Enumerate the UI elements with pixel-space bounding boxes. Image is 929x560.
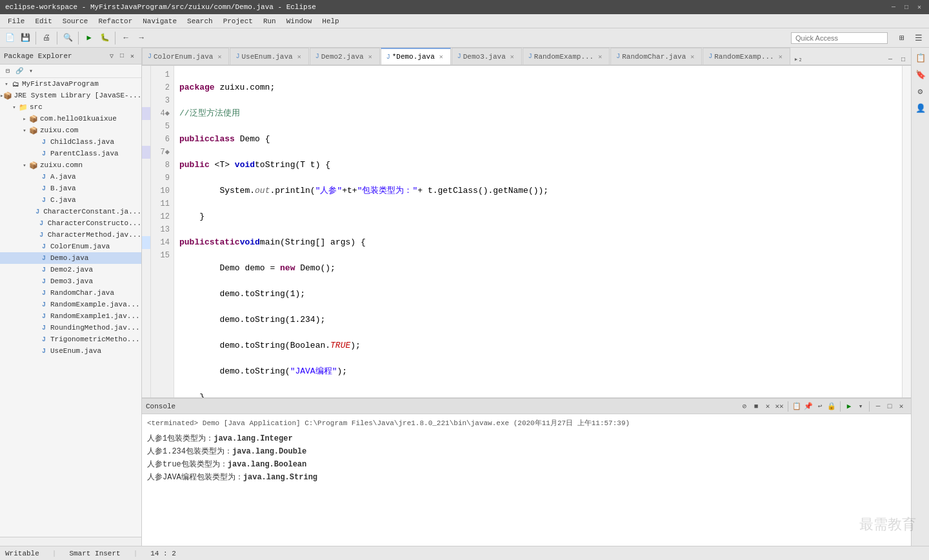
save-button[interactable]: 💾 — [18, 31, 32, 45]
code-line-8: Demo demo = new Demo(); — [179, 262, 897, 275]
perspective-icon[interactable]: ⊞ — [894, 30, 910, 46]
console-terminate-icon[interactable]: ✕ — [762, 401, 774, 412]
tree-item-colorenum[interactable]: ▸ J ColorEnum.java — [0, 241, 141, 252]
tab-randexamp2-close[interactable]: ✕ — [777, 53, 784, 61]
tree-item-project[interactable]: ▾ 🗂 MyFirstJavaProgram — [0, 78, 141, 90]
console-scroll-lock-icon[interactable]: 🔒 — [826, 401, 837, 412]
panel-maximize-icon[interactable]: □ — [117, 51, 127, 61]
menu-window[interactable]: Window — [281, 16, 317, 26]
tab-demo[interactable]: J *Demo.java ✕ — [381, 48, 451, 65]
console-copy-icon[interactable]: 📋 — [791, 401, 803, 412]
editor-minimize-icon[interactable]: ─ — [885, 54, 895, 65]
tree-item-useenum[interactable]: ▸ J UseEnum.java — [0, 345, 141, 357]
panel-close-icon[interactable]: ✕ — [127, 51, 137, 61]
layout-icon[interactable]: ☰ — [911, 30, 926, 46]
code-content[interactable]: package zuixu.comn; //泛型方法使用 public clas… — [174, 66, 902, 397]
tree-item-demo[interactable]: ▸ J Demo.java — [0, 252, 141, 264]
tab-randexamp1[interactable]: J RandomExamp... ✕ — [523, 48, 610, 65]
quick-access-input[interactable] — [791, 32, 888, 44]
tree-item-b[interactable]: ▸ J B.java — [0, 183, 141, 194]
console-clear-icon[interactable]: ⊘ — [739, 401, 750, 412]
right-settings-icon[interactable]: ⚙ — [913, 84, 928, 99]
tab-demo3-close[interactable]: ✕ — [508, 53, 516, 61]
tree-item-randex1[interactable]: ▸ J RandomExample1.jav... — [0, 310, 141, 322]
print-button[interactable]: 🖨 — [39, 31, 54, 45]
window-controls[interactable]: ─ □ ✕ — [889, 3, 924, 12]
debug-button[interactable]: 🐛 — [97, 31, 112, 45]
minimize-button[interactable]: ─ — [889, 3, 898, 12]
tab-randexamp2[interactable]: J RandomExamp... ✕ — [703, 48, 790, 65]
code-editor[interactable]: 1 2 3 4◆ 5 6 7◆ 8 9 10 11 12 13 14 15 pa… — [142, 66, 911, 397]
tree-arrow-pkg3[interactable]: ▾ — [21, 162, 28, 169]
right-bookmark-icon[interactable]: 🔖 — [913, 67, 928, 83]
tree-item-pkg1[interactable]: ▸ 📦 com.hello01kuaixue — [0, 113, 141, 125]
tab-randchar-close[interactable]: ✕ — [688, 53, 696, 61]
console-stop-icon[interactable]: ■ — [750, 401, 762, 412]
tree-item-randchar[interactable]: ▸ J RandomChar.java — [0, 287, 141, 299]
tab-colorenum[interactable]: J ColorEnum.java ✕ — [142, 48, 229, 65]
menu-project[interactable]: Project — [218, 16, 258, 26]
tree-item-trigom[interactable]: ▸ J TrigonometricMetho... — [0, 334, 141, 345]
tab-colorenum-close[interactable]: ✕ — [215, 53, 223, 61]
tab-demo2[interactable]: J Demo2.java ✕ — [310, 48, 380, 65]
menu-edit[interactable]: Edit — [30, 16, 57, 26]
tab-useenum-close[interactable]: ✕ — [295, 53, 303, 61]
tab-randexamp1-close[interactable]: ✕ — [596, 53, 604, 61]
new-button[interactable]: 📄 — [3, 31, 17, 45]
menu-navigate[interactable]: Navigate — [137, 16, 182, 26]
tree-arrow-pkg1[interactable]: ▸ — [21, 115, 28, 123]
console-remove-icon[interactable]: ✕✕ — [774, 401, 785, 412]
tree-arrow-project[interactable]: ▾ — [3, 81, 10, 88]
tree-item-pkg2[interactable]: ▾ 📦 zuixu.com — [0, 125, 141, 136]
panel-minimize-icon[interactable]: ▽ — [106, 51, 117, 61]
tree-item-charconstructor[interactable]: ▸ J CharacterConstructo... — [0, 217, 141, 229]
tree-item-demo3[interactable]: ▸ J Demo3.java — [0, 275, 141, 287]
menu-search[interactable]: Search — [182, 16, 218, 26]
link-with-editor-icon[interactable]: 🔗 — [14, 66, 25, 76]
run-button[interactable]: ▶ — [82, 31, 96, 45]
tree-item-charconstant[interactable]: ▸ J CharacterConstant.ja... — [0, 206, 141, 217]
tree-item-a[interactable]: ▸ J A.java — [0, 171, 141, 183]
tree-item-src[interactable]: ▾ 📁 src — [0, 101, 141, 113]
console-close-icon[interactable]: ✕ — [895, 401, 907, 412]
close-button[interactable]: ✕ — [915, 3, 924, 12]
tree-item-randex[interactable]: ▸ J RandomExample.java... — [0, 299, 141, 310]
tab-randchar[interactable]: J RandomChar.java ✕ — [610, 48, 702, 65]
console-minimize-icon[interactable]: ─ — [872, 401, 884, 412]
tree-item-charmethod[interactable]: ▸ J CharacterMethod.jav... — [0, 229, 141, 241]
console-run-icon[interactable]: ▶ — [843, 401, 855, 412]
tree-item-roundm[interactable]: ▸ J RoundingMethod.jav... — [0, 322, 141, 334]
tree-arrow-pkg2[interactable]: ▾ — [21, 127, 28, 134]
tab-demo-close[interactable]: ✕ — [437, 53, 445, 61]
right-person-icon[interactable]: 👤 — [913, 101, 928, 116]
tree-item-demo2[interactable]: ▸ J Demo2.java — [0, 264, 141, 275]
tab-demo3[interactable]: J Demo3.java ✕ — [452, 48, 522, 65]
menu-source[interactable]: Source — [57, 16, 94, 26]
tree-item-parent[interactable]: ▸ J ParentClass.java — [0, 148, 141, 159]
tab-useenum[interactable]: J UseEnum.java ✕ — [230, 48, 308, 65]
panel-menu-icon[interactable]: ▾ — [26, 66, 36, 76]
tree-item-jre[interactable]: ▸ 📦 JRE System Library [JavaSE-... — [0, 90, 141, 101]
tree-item-child[interactable]: ▸ J ChildClass.java — [0, 136, 141, 148]
tree-item-pkg3[interactable]: ▾ 📦 zuixu.comn — [0, 159, 141, 171]
forward-button[interactable]: → — [134, 31, 148, 45]
menu-help[interactable]: Help — [317, 16, 344, 26]
console-maximize-icon[interactable]: □ — [884, 401, 895, 412]
menu-file[interactable]: File — [3, 16, 30, 26]
tree-item-c[interactable]: ▸ J C.java — [0, 194, 141, 206]
menu-run[interactable]: Run — [258, 16, 281, 26]
left-panel-scrollbar[interactable] — [0, 537, 141, 546]
right-tasks-icon[interactable]: 📋 — [913, 50, 928, 66]
console-dropdown-icon[interactable]: ▾ — [855, 401, 866, 412]
tab-overflow[interactable]: ▸₂ — [791, 54, 806, 65]
editor-maximize-icon[interactable]: □ — [898, 54, 908, 65]
menu-refactor[interactable]: Refactor — [93, 16, 137, 26]
search-button[interactable]: 🔍 — [61, 31, 75, 45]
console-pin-icon[interactable]: 📌 — [803, 401, 814, 412]
back-button[interactable]: ← — [119, 31, 133, 45]
collapse-all-icon[interactable]: ⊟ — [3, 66, 13, 76]
tree-arrow-src[interactable]: ▾ — [10, 104, 18, 111]
maximize-button[interactable]: □ — [902, 3, 911, 12]
tab-demo2-close[interactable]: ✕ — [366, 53, 374, 61]
console-word-wrap-icon[interactable]: ↩ — [814, 401, 826, 412]
